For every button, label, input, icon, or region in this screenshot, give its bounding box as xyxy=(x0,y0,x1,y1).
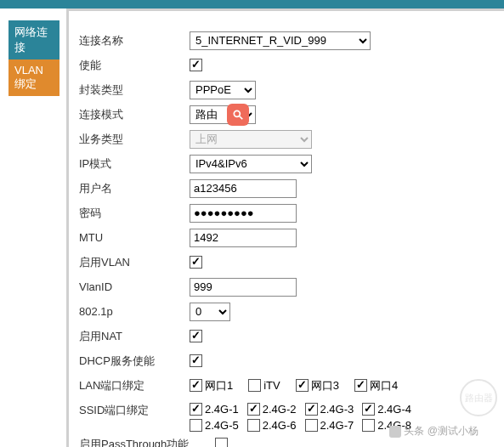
sidebar-item-vlan[interactable]: VLAN绑定 xyxy=(8,59,59,96)
search-icon xyxy=(227,104,249,126)
lanbind-label: LAN端口绑定 xyxy=(79,378,190,393)
ssid-port-checkbox[interactable] xyxy=(190,419,202,432)
ssid-port-item[interactable]: 2.4G-6 xyxy=(247,419,297,432)
service-label: 业务类型 xyxy=(79,132,190,147)
svg-point-0 xyxy=(234,110,240,116)
lan-port-item[interactable]: iTV xyxy=(248,378,280,393)
dhcp-checkbox[interactable] xyxy=(190,354,202,367)
user-label: 用户名 xyxy=(79,181,190,196)
passthrough-checkbox[interactable] xyxy=(215,438,228,447)
sidebar: 网络连接 VLAN绑定 xyxy=(8,20,59,96)
conn-name-select[interactable]: 5_INTERNET_R_VID_999 xyxy=(190,31,371,50)
ssid-port-label: 2.4G-3 xyxy=(320,403,354,416)
lan-port-label: 网口1 xyxy=(205,378,233,393)
nat-checkbox[interactable] xyxy=(190,330,202,342)
ipmode-label: IP模式 xyxy=(79,156,190,172)
ssid-port-checkbox[interactable] xyxy=(247,419,260,432)
ipmode-select[interactable]: IPv4&IPv6 xyxy=(190,155,312,173)
ssid-port-label: 2.4G-4 xyxy=(377,403,411,416)
ssid-port-checkbox[interactable] xyxy=(305,419,318,432)
ssid-port-label: 2.4G-6 xyxy=(263,419,297,432)
lan-port-item[interactable]: 网口4 xyxy=(354,378,398,393)
ssid-port-checkbox[interactable] xyxy=(247,403,260,416)
lan-port-label: iTV xyxy=(263,379,280,392)
attribution: 头条 @测试小杨 xyxy=(389,424,479,439)
enable-label: 使能 xyxy=(79,58,190,73)
sidebar-item-network[interactable]: 网络连接 xyxy=(8,20,59,59)
lan-port-checkbox[interactable] xyxy=(190,379,202,392)
encap-label: 封装类型 xyxy=(79,82,190,98)
service-select: 上网 xyxy=(190,130,312,149)
mtu-input[interactable] xyxy=(190,229,297,247)
lan-port-checkbox[interactable] xyxy=(296,379,309,392)
ssid-port-item[interactable]: 2.4G-7 xyxy=(305,419,354,432)
ssid-port-item[interactable]: 2.4G-4 xyxy=(362,403,411,416)
lan-port-checkbox[interactable] xyxy=(354,379,367,392)
ssid-port-checkbox[interactable] xyxy=(190,403,202,416)
enable-checkbox[interactable] xyxy=(190,59,202,71)
lan-port-label: 网口3 xyxy=(311,378,339,393)
vlan-enable-label: 启用VLAN xyxy=(79,255,190,270)
user-input[interactable] xyxy=(190,179,297,198)
vlanid-input[interactable] xyxy=(190,278,297,297)
dhcp-label: DHCP服务使能 xyxy=(79,354,190,369)
ssid-port-item[interactable]: 2.4G-2 xyxy=(247,403,297,416)
ssid-port-checkbox[interactable] xyxy=(362,403,375,416)
ssid-port-label: 2.4G-1 xyxy=(205,403,239,416)
pwd-label: 密码 xyxy=(79,206,190,221)
lan-port-checkbox[interactable] xyxy=(248,379,261,392)
nat-label: 启用NAT xyxy=(79,329,190,344)
vlan-enable-checkbox[interactable] xyxy=(190,256,202,269)
p8021-select[interactable]: 0 xyxy=(190,303,230,321)
passthrough-label: 启用PassThrough功能 xyxy=(79,437,215,448)
encap-select[interactable]: PPPoE xyxy=(190,81,256,99)
pwd-input[interactable] xyxy=(190,204,297,223)
main-panel: 连接名称 5_INTERNET_R_VID_999 使能 封装类型 PPPoE … xyxy=(66,8,504,447)
ssid-port-label: 2.4G-5 xyxy=(205,419,239,432)
ssid-port-label: 2.4G-2 xyxy=(263,403,297,416)
ssid-port-item[interactable]: 2.4G-5 xyxy=(190,419,239,432)
conn-name-label: 连接名称 xyxy=(79,33,190,48)
ssid-port-checkbox[interactable] xyxy=(362,419,375,432)
watermark-icon: 路由器 xyxy=(460,379,497,416)
toutiao-icon xyxy=(389,426,401,438)
lan-port-label: 网口4 xyxy=(370,378,398,393)
svg-line-1 xyxy=(240,116,243,119)
ssid-port-item[interactable]: 2.4G-1 xyxy=(190,403,239,416)
mode-label: 连接模式 xyxy=(79,107,190,122)
vlanid-label: VlanID xyxy=(79,280,190,293)
ssid-port-item[interactable]: 2.4G-3 xyxy=(305,403,354,416)
mtu-label: MTU xyxy=(79,231,190,244)
top-bar xyxy=(0,0,504,8)
ssidbind-label: SSID端口绑定 xyxy=(79,403,190,418)
p8021-label: 802.1p xyxy=(79,305,190,318)
lan-port-item[interactable]: 网口1 xyxy=(190,378,233,393)
ssid-port-checkbox[interactable] xyxy=(305,403,318,416)
watermark: 路由器 xyxy=(460,379,497,416)
ssid-port-label: 2.4G-7 xyxy=(320,419,354,432)
lan-port-item[interactable]: 网口3 xyxy=(296,378,339,393)
